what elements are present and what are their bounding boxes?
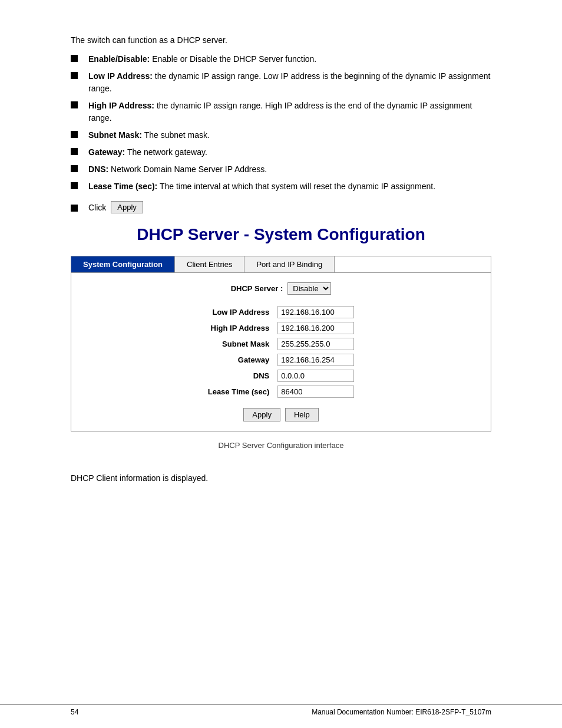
field-input[interactable] [277, 338, 354, 350]
field-label: High IP Address [204, 320, 275, 336]
tab-bar: System ConfigurationClient EntriesPort a… [71, 256, 491, 273]
bullet-text: Subnet Mask: The subnet mask. [88, 129, 491, 141]
field-row: DNS [204, 368, 358, 384]
apply-inline-button[interactable]: Apply [111, 201, 143, 213]
bullet-item: Subnet Mask: The subnet mask. [71, 129, 491, 141]
dhcp-server-label: DHCP Server : [231, 284, 283, 293]
fields-table: Low IP AddressHigh IP AddressSubnet Mask… [204, 304, 358, 400]
click-label: Click [88, 203, 106, 212]
config-panel: System ConfigurationClient EntriesPort a… [71, 256, 491, 431]
field-input-cell [274, 336, 358, 352]
bullet-icon [71, 131, 78, 138]
bullet-term: Gateway: [88, 147, 125, 157]
bullet-term: Subnet Mask: [88, 130, 142, 140]
bullet-icon [71, 55, 78, 62]
bullet-text: DNS: Network Domain Name Server IP Addre… [88, 163, 491, 176]
bullet-item: High IP Address: the dynamic IP assign r… [71, 100, 491, 124]
field-input-cell [274, 304, 358, 320]
field-input-cell [274, 368, 358, 384]
bullet-item: Low IP Address: the dynamic IP assign ra… [71, 70, 491, 95]
field-row: High IP Address [204, 320, 358, 336]
field-input[interactable] [277, 386, 354, 398]
field-label: Low IP Address [204, 304, 275, 320]
bullet-term: High IP Address: [88, 101, 154, 110]
tab-system-configuration[interactable]: System Configuration [71, 256, 175, 272]
help-button[interactable]: Help [285, 408, 319, 421]
bullet-item: Gateway: The network gateway. [71, 146, 491, 159]
field-input[interactable] [277, 354, 354, 366]
action-buttons: Apply Help [83, 408, 479, 421]
tab-port-and-ip-binding[interactable]: Port and IP Binding [244, 256, 335, 272]
bullet-icon [71, 72, 78, 79]
bullet-text: Low IP Address: the dynamic IP assign ra… [88, 70, 491, 95]
field-input-cell [274, 320, 358, 336]
field-input[interactable] [277, 322, 354, 334]
bullet-icon [71, 182, 78, 189]
bullet-term: Enable/Disable: [88, 54, 150, 64]
field-label: DNS [204, 368, 275, 384]
footer-page-number: 54 [71, 708, 78, 716]
field-row: Subnet Mask [204, 336, 358, 352]
dhcp-server-row: DHCP Server : DisableEnable [83, 282, 479, 295]
intro-paragraph: The switch can function as a DHCP server… [71, 35, 491, 45]
page-footer: 54 Manual Documentation Number: EIR618-2… [0, 704, 562, 716]
field-label: Subnet Mask [204, 336, 275, 352]
apply-button[interactable]: Apply [243, 408, 280, 421]
bullet-term: DNS: [88, 164, 108, 174]
field-label: Lease Time (sec) [204, 384, 275, 400]
bullet-text: Gateway: The network gateway. [88, 146, 491, 159]
bullet-term: Low IP Address: [88, 71, 153, 81]
caption-text: DHCP Server Configuration interface [71, 441, 491, 450]
click-apply-line: Click Apply [71, 201, 491, 213]
bullet-icon [71, 165, 78, 172]
tab-client-entries[interactable]: Client Entries [175, 256, 244, 272]
bullet-item: Enable/Disable: Enable or Disable the DH… [71, 53, 491, 65]
bullet-item: Lease Time (sec): The time interval at w… [71, 180, 491, 193]
field-row: Lease Time (sec) [204, 384, 358, 400]
field-input[interactable] [277, 306, 354, 318]
page-title: DHCP Server - System Configuration [71, 225, 491, 244]
bullet-icon [71, 148, 78, 155]
bullet-text: Lease Time (sec): The time interval at w… [88, 180, 491, 193]
bullet-icon [71, 101, 78, 108]
feature-list: Enable/Disable: Enable or Disable the DH… [71, 53, 491, 193]
dhcp-server-select[interactable]: DisableEnable [287, 282, 331, 295]
bullet-text: Enable/Disable: Enable or Disable the DH… [88, 53, 491, 65]
field-row: Low IP Address [204, 304, 358, 320]
config-body: DHCP Server : DisableEnable Low IP Addre… [71, 273, 491, 431]
client-info-text: DHCP Client information is displayed. [71, 473, 491, 483]
bullet-text: High IP Address: the dynamic IP assign r… [88, 100, 491, 124]
field-input-cell [274, 352, 358, 368]
bullet-icon [71, 205, 78, 212]
field-input[interactable] [277, 370, 354, 382]
field-label: Gateway [204, 352, 275, 368]
bullet-item: DNS: Network Domain Name Server IP Addre… [71, 163, 491, 176]
field-row: Gateway [204, 352, 358, 368]
footer-doc-number: Manual Documentation Number: EIR618-2SFP… [312, 708, 491, 716]
bullet-term: Lease Time (sec): [88, 182, 157, 191]
field-input-cell [274, 384, 358, 400]
